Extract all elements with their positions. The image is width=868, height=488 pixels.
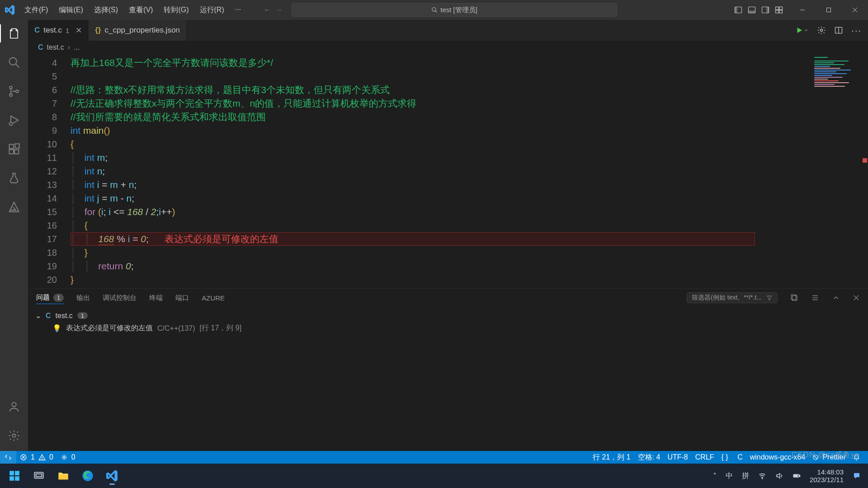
status-bar: 1 0 0 行 21，列 1 空格: 4 UTF-8 CRLF { } C wi…: [0, 451, 868, 464]
source-control-icon[interactable]: [0, 82, 28, 100]
run-debug-icon[interactable]: [0, 111, 28, 129]
svg-point-42: [42, 459, 42, 460]
minimize-button[interactable]: [789, 0, 816, 20]
tab-label: test.c: [43, 26, 62, 35]
panel-tab-output[interactable]: 输出: [76, 292, 90, 304]
panel-tab-azure[interactable]: AZURE: [202, 292, 225, 304]
panel-tab-ports[interactable]: 端口: [175, 292, 189, 304]
svg-point-54: [762, 478, 763, 479]
close-panel-icon[interactable]: [853, 294, 860, 301]
accounts-icon[interactable]: [0, 398, 28, 416]
taskbar-clock[interactable]: 14:48:03 2023/12/11: [810, 468, 844, 483]
split-editor-icon[interactable]: [834, 26, 843, 35]
panel-tab-terminal[interactable]: 终端: [149, 292, 163, 304]
tab-c-cpp-properties[interactable]: {} c_cpp_properties.json: [89, 20, 187, 41]
tray-chevron-up-icon[interactable]: ˄: [713, 472, 717, 480]
nav-forward-icon[interactable]: →: [275, 6, 283, 14]
menu-go[interactable]: 转到(G): [159, 4, 193, 17]
status-eol[interactable]: CRLF: [692, 451, 718, 464]
menu-more[interactable]: ···: [231, 4, 245, 17]
wifi-icon[interactable]: [758, 472, 766, 480]
status-problems[interactable]: 1 0: [16, 451, 57, 464]
c-file-icon: C: [46, 312, 51, 320]
code-line[interactable]: {: [71, 137, 809, 151]
code-line[interactable]: │ }: [71, 246, 809, 259]
settings-icon[interactable]: [817, 26, 826, 35]
problems-filter-input[interactable]: 筛选器(例如 text、**/*.t...: [687, 292, 778, 303]
problem-file-group[interactable]: ⌄ C test.c 1: [33, 310, 863, 322]
problem-item[interactable]: 💡 表达式必须是可修改的左值 C/C++(137) [行 17，列 9]: [33, 322, 863, 335]
code-line[interactable]: 再加上168又是一个完全平方数请问该数是多少*/: [71, 56, 809, 70]
collapse-all-icon[interactable]: [790, 294, 798, 302]
more-actions-icon[interactable]: ···: [851, 25, 862, 36]
menu-file[interactable]: 文件(F): [20, 4, 52, 17]
start-button[interactable]: [4, 466, 25, 485]
status-ports[interactable]: 0: [57, 451, 79, 464]
problem-source: C/C++(137): [157, 324, 195, 333]
view-as-tree-icon[interactable]: [811, 294, 819, 302]
edge-browser-icon[interactable]: [77, 466, 99, 485]
settings-gear-icon[interactable]: [0, 427, 28, 445]
system-tray: ˄ 中 拼 14:48:03 2023/12/11: [709, 468, 864, 483]
code-line[interactable]: │ int m;: [71, 151, 809, 164]
toggle-secondary-sidebar-icon[interactable]: [761, 6, 769, 14]
code-line[interactable]: int main(): [71, 124, 809, 137]
status-cursor[interactable]: 行 21，列 1: [589, 451, 634, 464]
code-line[interactable]: │ int n;: [71, 164, 809, 178]
editor-scrollbar[interactable]: [862, 54, 868, 288]
tray-ime-lang[interactable]: 中: [726, 471, 733, 481]
toggle-panel-icon[interactable]: [748, 6, 756, 14]
panel-tab-debug[interactable]: 调试控制台: [103, 292, 137, 304]
tab-label: c_cpp_properties.json: [104, 26, 179, 35]
file-explorer-icon[interactable]: [52, 466, 74, 485]
testing-icon[interactable]: [0, 169, 28, 187]
menu-edit[interactable]: 编辑(E): [54, 4, 87, 17]
notifications-icon[interactable]: [853, 472, 861, 480]
maximize-button[interactable]: [816, 0, 842, 20]
status-encoding[interactable]: UTF-8: [664, 451, 691, 464]
explorer-icon[interactable]: [0, 24, 28, 42]
code-line[interactable]: │ int i = m + n;: [71, 178, 809, 192]
customize-layout-icon[interactable]: [775, 6, 783, 14]
panel-tab-problems[interactable]: 问题 1: [36, 291, 64, 304]
svg-line-1: [435, 11, 437, 13]
status-indent[interactable]: 空格: 4: [634, 451, 664, 464]
vscode-taskbar-icon[interactable]: [101, 466, 123, 485]
code-line[interactable]: │ │ return 0;: [71, 259, 809, 273]
close-button[interactable]: [842, 0, 868, 20]
code-editor[interactable]: 4567891011121314151617181920 再加上168又是一个完…: [28, 54, 868, 288]
menu-view[interactable]: 查看(V): [124, 4, 157, 17]
tray-ime-mode[interactable]: 拼: [742, 471, 749, 481]
tab-test-c[interactable]: C test.c 1 ✕: [28, 20, 89, 41]
task-view-icon[interactable]: [28, 466, 50, 485]
code-line[interactable]: }: [71, 273, 809, 286]
remote-button[interactable]: [0, 451, 16, 464]
volume-icon[interactable]: [775, 472, 783, 480]
menu-run[interactable]: 运行(R): [195, 4, 229, 17]
breadcrumb[interactable]: C test.c › ...: [28, 41, 868, 54]
tab-close-icon[interactable]: ✕: [75, 26, 82, 35]
battery-icon[interactable]: [793, 472, 801, 480]
svg-rect-3: [735, 7, 737, 13]
code-line[interactable]: //我们所需要的就是简化关系式和求出取值范围: [71, 110, 809, 124]
maximize-panel-icon[interactable]: [832, 294, 840, 302]
svg-point-19: [9, 94, 12, 96]
code-line[interactable]: //思路：整数x不好用常规方法求得，题目中有3个未知数，但只有两个关系式: [71, 83, 809, 97]
code-area[interactable]: 再加上168又是一个完全平方数请问该数是多少*/ //思路：整数x不好用常规方法…: [71, 54, 809, 288]
svg-rect-46: [9, 471, 14, 475]
search-icon[interactable]: [0, 53, 28, 71]
code-line[interactable]: │ {: [71, 219, 809, 232]
nav-back-icon[interactable]: ←: [264, 6, 271, 14]
code-line[interactable]: [71, 70, 809, 83]
toggle-primary-sidebar-icon[interactable]: [734, 6, 742, 14]
extensions-icon[interactable]: [0, 140, 28, 158]
code-line[interactable]: │ for (i; i <= 168 / 2;i++): [71, 205, 809, 219]
menu-select[interactable]: 选择(S): [90, 4, 123, 17]
status-language[interactable]: { } C: [718, 451, 746, 464]
run-file-button[interactable]: [795, 26, 809, 34]
code-line[interactable]: //无法正确求得整数x与两个完全平方数m、n的值，只能通过计算机枚举的方式求得: [71, 97, 809, 110]
azure-icon[interactable]: [0, 198, 28, 216]
command-center[interactable]: test [管理员]: [292, 3, 617, 17]
code-line[interactable]: │ int j = m - n;: [71, 192, 809, 205]
minimap[interactable]: [809, 54, 868, 288]
